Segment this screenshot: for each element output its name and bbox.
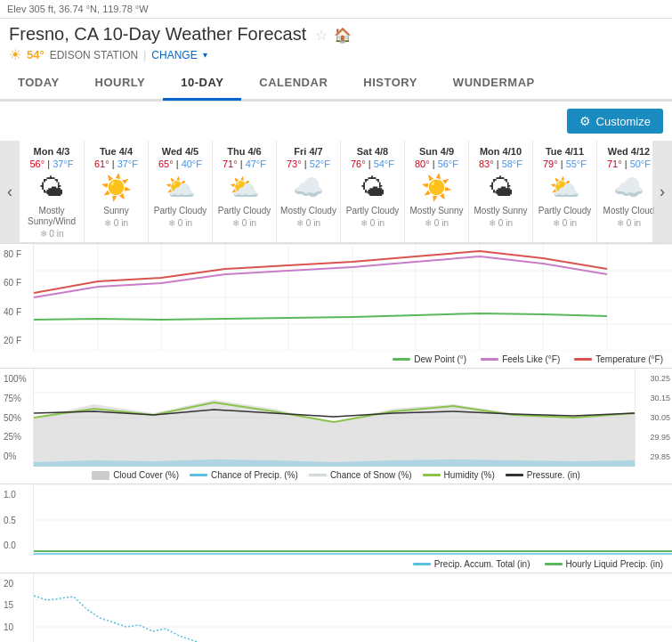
condition-text: Partly Cloudy bbox=[535, 206, 595, 216]
day-low: 37°F bbox=[117, 158, 138, 169]
tab-hourly[interactable]: HOURLY bbox=[77, 67, 164, 101]
day-low: 50°F bbox=[630, 158, 651, 169]
legend-snow-chance: Chance of Snow (%) bbox=[309, 470, 412, 480]
wind-chart-canvas: → bbox=[34, 573, 672, 642]
day-high: 71° bbox=[607, 158, 622, 169]
precip-icon: ❄ bbox=[617, 218, 624, 228]
temp-chart-canvas bbox=[34, 244, 672, 351]
precip-icon: ❄ bbox=[296, 218, 304, 228]
precip-chart-canvas bbox=[34, 484, 672, 556]
day-low: 47°F bbox=[246, 158, 266, 169]
tab-10day[interactable]: 10-DAY bbox=[163, 67, 241, 101]
home-icon[interactable]: 🏠 bbox=[334, 28, 352, 43]
day-col: Sat 4/8 76° | 54°F 🌤 Partly Cloudy ❄ 0 i… bbox=[340, 141, 404, 242]
day-low: 37°F bbox=[53, 158, 73, 169]
precip-icon: ❄ bbox=[360, 218, 368, 228]
condition-text: Partly Cloudy bbox=[215, 206, 274, 216]
day-temps: 73° | 52°F bbox=[279, 158, 338, 169]
precip-amount: ❄ 0 in bbox=[599, 218, 659, 228]
day-col: Tue 4/4 61° | 37°F ☀️ Sunny ❄ 0 in bbox=[84, 141, 148, 242]
star-icon[interactable]: ☆ bbox=[315, 28, 328, 43]
day-high: 65° bbox=[158, 158, 174, 169]
prev-arrow[interactable]: ‹ bbox=[0, 141, 20, 243]
precip-amount: ❄ 0 in bbox=[343, 218, 402, 228]
day-col: Wed 4/12 71° | 50°F ☁️ Mostly Cloud ❄ 0 … bbox=[596, 141, 660, 242]
legend-humidity: Humidity (%) bbox=[423, 470, 495, 480]
tab-history[interactable]: HISTORY bbox=[345, 67, 435, 101]
customize-button[interactable]: ⚙ Customize bbox=[567, 109, 663, 134]
day-temps: 71° | 47°F bbox=[215, 158, 274, 169]
day-temps: 56° | 37°F bbox=[21, 158, 82, 169]
elevation-text: Elev 305 ft, 36.74 °N, 119.78 °W bbox=[7, 4, 149, 14]
legend-pressure: Pressure. (in) bbox=[506, 470, 580, 480]
weather-icon: 🌤 bbox=[21, 173, 82, 202]
separator: | bbox=[143, 49, 146, 61]
legend-dewpoint: Dew Point (°) bbox=[393, 354, 466, 364]
day-high: 73° bbox=[287, 158, 302, 169]
precip-amount: ❄ 0 in bbox=[150, 218, 210, 228]
day-label: Sun 4/9 bbox=[407, 146, 466, 157]
day-high: 80° bbox=[415, 158, 430, 169]
tab-today[interactable]: TODAY bbox=[0, 67, 77, 101]
precip-chart-section: 1.0 0.5 0.0 Precip. Accum. Total ( bbox=[0, 484, 672, 573]
day-low: 54°F bbox=[374, 158, 394, 169]
page-title: Fresno, CA 10-Day Weather Forecast bbox=[9, 24, 306, 45]
precip-amount: ❄ 0 in bbox=[21, 229, 82, 239]
svg-marker-19 bbox=[34, 400, 635, 467]
dropdown-arrow-icon[interactable]: ▾ bbox=[203, 50, 207, 60]
precip-amount: ❄ 0 in bbox=[215, 218, 274, 228]
day-temps: 83° | 58°F bbox=[471, 158, 530, 169]
precip-amount: ❄ 0 in bbox=[471, 218, 530, 228]
weather-icon: ⛅ bbox=[535, 173, 595, 202]
sun-icon: ☀ bbox=[9, 46, 21, 63]
precip-amount: ❄ 0 in bbox=[279, 218, 338, 228]
day-col: Wed 4/5 65° | 40°F ⛅ Partly Cloudy ❄ 0 i… bbox=[148, 141, 212, 242]
day-low: 40°F bbox=[182, 158, 202, 169]
change-button[interactable]: CHANGE bbox=[151, 49, 197, 61]
customize-label: Customize bbox=[596, 115, 651, 128]
temp-chart-legend: Dew Point (°) Feels Like (°F) Temperatur… bbox=[0, 351, 672, 368]
day-label: Wed 4/12 bbox=[599, 146, 659, 157]
weather-icon: ⛅ bbox=[215, 173, 274, 202]
legend-temperature: Temperature (°F) bbox=[574, 354, 663, 364]
day-label: Tue 4/4 bbox=[86, 146, 146, 157]
precip-icon: ❄ bbox=[489, 218, 496, 228]
precip-icon: ❄ bbox=[104, 218, 111, 228]
day-temps: 80° | 56°F bbox=[407, 158, 466, 169]
weather-icon: ⛅ bbox=[150, 173, 210, 202]
precip-accum-legend: Precip. Accum. Total (in) Hourly Liquid … bbox=[0, 556, 672, 573]
legend-precip-chance: Chance of Precip. (%) bbox=[190, 470, 298, 480]
temp-y-axis: 80 F 60 F 40 F 20 F bbox=[0, 244, 34, 351]
weather-icon: ☁️ bbox=[599, 173, 659, 202]
weather-icon: 🌤 bbox=[343, 173, 402, 202]
temp-chart-section: 80 F 60 F 40 F 20 F bbox=[0, 243, 672, 368]
gear-icon: ⚙ bbox=[579, 114, 591, 128]
day-low: 58°F bbox=[502, 158, 522, 169]
day-temps: 71° | 50°F bbox=[599, 158, 659, 169]
legend-cloudcover: Cloud Cover (%) bbox=[92, 470, 179, 480]
day-label: Mon 4/10 bbox=[471, 146, 530, 157]
weather-icon: ☀️ bbox=[407, 173, 466, 202]
precip-icon: ❄ bbox=[232, 218, 239, 228]
day-temps: 76° | 54°F bbox=[343, 158, 402, 169]
wind-chart-section: 20 15 10 5 0 → bbox=[0, 573, 672, 642]
legend-precip-accum: Precip. Accum. Total (in) bbox=[413, 559, 530, 569]
day-col: Tue 4/11 79° | 55°F ⛅ Partly Cloudy ❄ 0 … bbox=[532, 141, 596, 242]
station-name: EDISON STATION bbox=[50, 49, 139, 61]
day-low: 55°F bbox=[566, 158, 587, 169]
day-high: 71° bbox=[223, 158, 238, 169]
weather-icon: ☀️ bbox=[86, 173, 146, 202]
day-col: Mon 4/3 56° | 37°F 🌤 Mostly Sunny/Wind ❄… bbox=[20, 141, 84, 242]
tab-wundermap[interactable]: WUNDERMAP bbox=[435, 67, 553, 101]
nav-tabs: TODAY HOURLY 10-DAY CALENDAR HISTORY WUN… bbox=[0, 67, 672, 101]
precip-icon: ❄ bbox=[553, 218, 560, 228]
day-label: Tue 4/11 bbox=[535, 146, 595, 157]
day-label: Mon 4/3 bbox=[21, 146, 82, 157]
weather-icon: 🌤 bbox=[471, 173, 530, 202]
day-label: Thu 4/6 bbox=[215, 146, 274, 157]
next-arrow[interactable]: › bbox=[652, 141, 672, 243]
precip-icon: ❄ bbox=[425, 218, 432, 228]
day-high: 79° bbox=[543, 158, 558, 169]
condition-text: Mostly Cloud bbox=[599, 206, 659, 216]
tab-calendar[interactable]: CALENDAR bbox=[241, 67, 345, 101]
